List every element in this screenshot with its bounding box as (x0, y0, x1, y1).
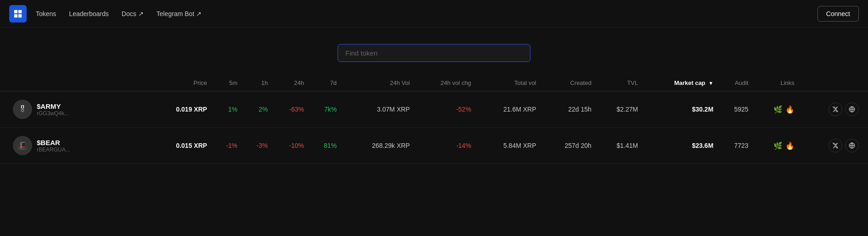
col-5m[interactable]: 5m (211, 75, 241, 91)
token-address-1: rBEARGUA... (37, 146, 70, 153)
token-marketcap-0: $30.2M (642, 91, 717, 128)
col-audit[interactable]: Links (752, 75, 798, 91)
table-row: 🎖 $ARMY rGG3wQ4k... 0.019 XRP 1% 2% -63%… (0, 91, 868, 128)
token-tvl-1: $1.41M (595, 128, 642, 164)
col-totalvol[interactable]: Total vol (475, 75, 540, 91)
svg-rect-1 (18, 10, 22, 13)
token-tvl-0: $2.27M (595, 91, 642, 128)
search-section (0, 28, 868, 75)
token-links-1 (798, 128, 868, 164)
sort-arrow-icon: ▼ (708, 80, 713, 86)
svg-rect-2 (14, 14, 17, 17)
nav-telegram-bot[interactable]: Telegram Bot ↗ (157, 10, 202, 17)
token-1h-0: 2% (241, 91, 271, 128)
token-created-0: 22d 15h (540, 91, 595, 128)
tokens-table-container: Price 5m 1h 24h 7d 24h Vol 24h vol chg T… (0, 75, 868, 164)
token-24h-0: -63% (271, 91, 308, 128)
token-totalvol-0: 21.6M XRP (475, 91, 540, 128)
col-24h[interactable]: 24h (271, 75, 308, 91)
x-link-1[interactable] (829, 139, 842, 152)
col-vol24h[interactable]: 24h Vol (340, 75, 413, 91)
col-marketcap[interactable]: Market cap ▼ (642, 75, 717, 91)
token-totalvol-1: 5.84M XRP (475, 128, 540, 164)
col-token (0, 75, 148, 91)
token-name-0: $ARMY (37, 102, 69, 110)
col-1h[interactable]: 1h (241, 75, 271, 91)
flame-icon-0[interactable]: 🔥 (785, 105, 795, 114)
token-marketcap-1: $23.6M (642, 128, 717, 164)
token-cell-0[interactable]: 🎖 $ARMY rGG3wQ4k... (0, 91, 148, 128)
token-audit-1: 🌿 🔥 (752, 128, 798, 164)
flame-icon-1[interactable]: 🔥 (785, 141, 795, 150)
token-created-1: 257d 20h (540, 128, 595, 164)
col-tvl[interactable]: TVL (595, 75, 642, 91)
col-holders[interactable]: Audit (717, 75, 752, 91)
nav-docs[interactable]: Docs ↗ (122, 10, 144, 17)
token-holders-0: 5925 (717, 91, 752, 128)
token-audit-0: 🌿 🔥 (752, 91, 798, 128)
logo[interactable] (9, 5, 27, 22)
token-holders-1: 7723 (717, 128, 752, 164)
token-price-0: 0.019 XRP (148, 91, 210, 128)
col-7d[interactable]: 7d (308, 75, 340, 91)
nav-leaderboards[interactable]: Leaderboards (69, 10, 108, 17)
table-row: 🎩 $BEAR rBEARGUA... 0.015 XRP -1% -3% -1… (0, 128, 868, 164)
token-info-0: $ARMY rGG3wQ4k... (37, 102, 69, 117)
svg-rect-3 (18, 14, 22, 17)
nav-tokens[interactable]: Tokens (36, 10, 56, 17)
token-avatar-0: 🎖 (13, 100, 32, 119)
col-created[interactable]: Created (540, 75, 595, 91)
tokens-table: Price 5m 1h 24h 7d 24h Vol 24h vol chg T… (0, 75, 868, 164)
token-volchg24h-1: -14% (413, 128, 474, 164)
token-cell-1[interactable]: 🎩 $BEAR rBEARGUA... (0, 128, 148, 164)
table-header-row: Price 5m 1h 24h 7d 24h Vol 24h vol chg T… (0, 75, 868, 91)
x-link-0[interactable] (829, 102, 842, 116)
token-7d-1: 81% (308, 128, 340, 164)
token-5m-0: 1% (211, 91, 241, 128)
col-links[interactable] (798, 75, 868, 91)
token-volchg24h-0: -52% (413, 91, 474, 128)
token-info-1: $BEAR rBEARGUA... (37, 139, 70, 153)
col-volchg24h[interactable]: 24h vol chg (413, 75, 474, 91)
token-24h-1: -10% (271, 128, 308, 164)
token-avatar-1: 🎩 (13, 136, 32, 155)
col-price[interactable]: Price (148, 75, 210, 91)
connect-button[interactable]: Connect (817, 6, 859, 22)
token-name-1: $BEAR (37, 139, 70, 146)
main-nav: Tokens Leaderboards Docs ↗ Telegram Bot … (36, 10, 817, 17)
token-links-0 (798, 91, 868, 128)
col-marketcap-label: Market cap (674, 79, 705, 86)
token-vol24h-0: 3.07M XRP (340, 91, 413, 128)
token-price-1: 0.015 XRP (148, 128, 210, 164)
token-5m-1: -1% (211, 128, 241, 164)
header: Tokens Leaderboards Docs ↗ Telegram Bot … (0, 0, 868, 28)
leaf-icon-1[interactable]: 🌿 (773, 141, 783, 150)
logo-icon (13, 9, 23, 19)
token-1h-1: -3% (241, 128, 271, 164)
token-7d-0: 7k% (308, 91, 340, 128)
svg-rect-0 (14, 10, 17, 13)
search-input[interactable] (338, 44, 530, 62)
web-link-0[interactable] (845, 102, 859, 116)
web-link-1[interactable] (845, 139, 859, 152)
leaf-icon-0[interactable]: 🌿 (773, 105, 783, 114)
token-address-0: rGG3wQ4k... (37, 110, 69, 117)
token-vol24h-1: 268.29k XRP (340, 128, 413, 164)
